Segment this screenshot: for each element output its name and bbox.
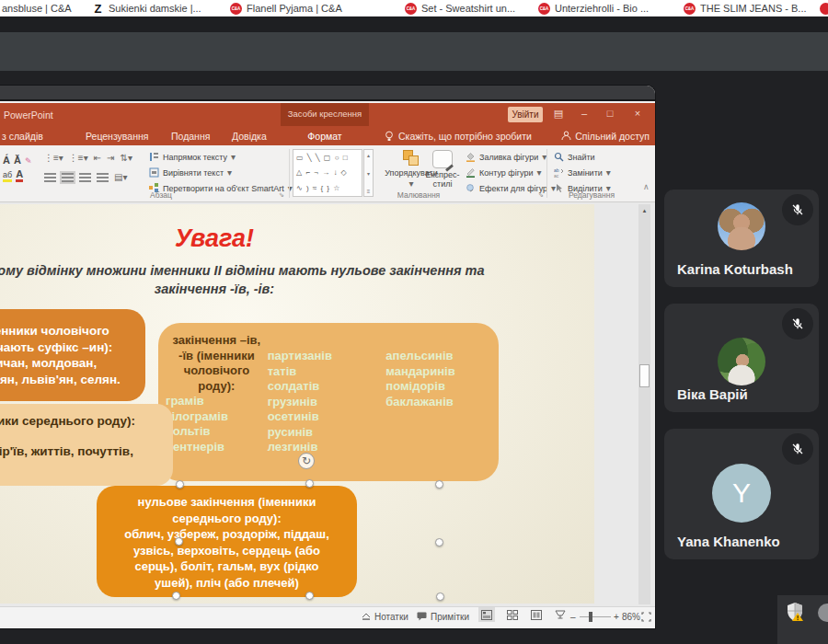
bookmark-item[interactable]: C&A Flanell Pyjama | C&A <box>230 0 342 17</box>
numbering-icon[interactable]: ⋮≡▾ <box>69 153 88 163</box>
close-icon[interactable]: × <box>629 108 646 119</box>
shape-neuter-iv-ending[interactable]: –ів, їв (іменники середнього роду):ерхів… <box>0 404 173 486</box>
participant-tile[interactable]: Y Yana Khanenko <box>664 429 819 559</box>
bookmark-item[interactable]: C&A Set - Sweatshirt un... <box>405 0 515 17</box>
clear-format-icon[interactable]: ✎ <box>25 156 32 166</box>
zoom-level[interactable]: 86% <box>622 607 640 626</box>
ca-logo-icon <box>820 3 828 15</box>
slide-subtitle[interactable]: У родовому відмінку множини іменники ІІ … <box>0 261 512 298</box>
group-label-paragraph: Абзац <box>37 190 285 200</box>
participant-tile[interactable]: Віка Варій <box>664 304 819 412</box>
shape-masculine-null-ending[interactable]: акінчення (іменники чоловічогомножині вт… <box>0 309 145 401</box>
vertical-scrollbar[interactable]: ▴ <box>638 204 650 604</box>
zoom-out-button[interactable]: – <box>570 607 576 626</box>
participant-name: Karina Koturbash <box>677 261 793 277</box>
scrollbar-thumb[interactable] <box>639 364 650 387</box>
scroll-down-icon: ▾ <box>367 170 370 177</box>
normal-view-button[interactable] <box>478 607 495 622</box>
shrink-font-icon[interactable]: А̌ <box>14 155 21 166</box>
rotate-handle-icon[interactable]: ↻ <box>298 453 315 469</box>
chevron-down-icon: ▾ <box>231 152 236 162</box>
align-text-button[interactable]: Вирівняти текст ▾ <box>149 165 287 180</box>
participant-tile[interactable]: Karina Koturbash <box>664 190 819 287</box>
zoom-slider-thumb[interactable] <box>589 612 592 622</box>
align-right-icon[interactable] <box>79 173 91 182</box>
reading-view-icon <box>531 610 542 620</box>
dialog-launcher-icon[interactable]: ⇘ <box>279 191 284 199</box>
security-shield-icon[interactable] <box>786 602 804 622</box>
columns-icon[interactable]: ▤▾ <box>114 172 127 182</box>
bookmark-item[interactable]: C&A Unterziehrolli - Bio ... <box>538 0 649 17</box>
selection-handle[interactable] <box>435 480 443 489</box>
replace-button[interactable]: abac Замінити ▾ <box>554 165 626 180</box>
selection-handle[interactable] <box>175 537 183 546</box>
slide-title[interactable]: Увага! <box>0 224 512 253</box>
zoom-in-button[interactable]: + <box>614 607 619 626</box>
tab-slideshow-partial[interactable]: з слайдів <box>2 126 43 145</box>
quick-styles-button[interactable]: Експрес-стилі <box>421 150 464 189</box>
line-spacing-icon[interactable]: ⇅▾ <box>121 153 132 163</box>
bookmark-label: Set - Sweatshirt un... <box>421 3 515 14</box>
ribbon-display-options-icon[interactable]: ▤ <box>550 108 567 120</box>
bookmark-label: THE SLIM JEANS - B... <box>700 3 807 14</box>
reading-view-button[interactable] <box>528 607 545 622</box>
bookmark-item[interactable] <box>820 0 828 17</box>
iv-header: закінчення –ів,-їв (іменникичоловічогоро… <box>166 333 268 394</box>
tab-format-active[interactable]: Формат <box>281 126 369 145</box>
share-label: Спільний доступ <box>575 131 650 142</box>
mic-off-icon <box>790 442 805 456</box>
sign-in-button[interactable]: Увійти <box>508 107 543 122</box>
find-button[interactable]: Знайти <box>554 149 626 165</box>
divider <box>546 149 547 198</box>
ca-logo-icon: C&A <box>538 3 550 15</box>
align-left-icon[interactable] <box>44 173 56 182</box>
chevron-down-icon: ▾ <box>227 167 232 178</box>
share-button[interactable]: Спільний доступ <box>561 126 650 145</box>
slideshow-view-button[interactable] <box>552 607 569 622</box>
selection-handle[interactable] <box>436 592 444 601</box>
bookmark-item[interactable]: ansbluse | C&A <box>2 0 72 17</box>
mic-muted-badge <box>782 433 813 465</box>
selection-handle[interactable] <box>435 538 443 546</box>
zoom-slider[interactable] <box>580 616 611 617</box>
bullets-icon[interactable]: ⋮≡▾ <box>44 153 63 163</box>
maximize-icon[interactable]: □ <box>602 108 618 119</box>
highlight-color-icon[interactable]: аб <box>3 170 12 182</box>
tab-help[interactable]: Довідка <box>232 126 267 145</box>
arrange-icon <box>403 150 420 167</box>
avatar-photo <box>718 338 765 385</box>
tray-partial-icon[interactable] <box>818 604 828 622</box>
person-icon <box>561 131 571 141</box>
bookmark-item[interactable]: C&A THE SLIM JEANS - B... <box>684 0 807 17</box>
notes-button[interactable]: Нотатки <box>362 607 408 626</box>
slide-sorter-view-button[interactable] <box>504 607 521 622</box>
align-center-icon[interactable] <box>62 173 74 182</box>
tab-review[interactable]: Рецензування <box>86 126 148 145</box>
selection-handle[interactable] <box>172 592 180 600</box>
dialog-launcher-icon[interactable]: ⇘ <box>538 191 544 199</box>
selection-handle[interactable] <box>305 479 314 488</box>
collapse-ribbon-icon[interactable]: ∧ <box>643 182 650 191</box>
bookmark-item[interactable]: Z Sukienki damskie |... <box>92 0 201 17</box>
selection-handle[interactable] <box>305 592 314 600</box>
selection-handle[interactable] <box>176 480 184 489</box>
grow-font-icon[interactable]: А́ <box>3 155 10 166</box>
shape-neuter-null-ending[interactable]: нульове закінчення (іменникисереднього р… <box>97 486 357 597</box>
comments-button[interactable]: Примітки <box>417 607 469 626</box>
divider <box>289 149 290 198</box>
text-direction-button[interactable]: Напрямок тексту ▾ <box>149 149 287 165</box>
minimize-icon[interactable]: – <box>576 108 592 119</box>
font-color-icon[interactable]: А <box>16 168 23 182</box>
tell-me-box[interactable]: Скажіть, що потрібно зробити <box>385 126 532 145</box>
tab-view[interactable]: Подання <box>171 126 210 145</box>
scrollbar-up-icon[interactable]: ▴ <box>638 204 650 217</box>
fit-to-window-button[interactable] <box>641 607 651 626</box>
increase-indent-icon[interactable]: ⇥ <box>107 153 114 163</box>
iv-col3-words: апельсинівмандаринівпомідорівбаклажанів <box>385 333 493 474</box>
shape-fill-button[interactable]: Заливка фігури ▾ <box>466 149 546 165</box>
shape-outline-button[interactable]: Контур фігури ▾ <box>466 165 546 180</box>
justify-icon[interactable] <box>97 173 109 182</box>
slide[interactable]: Увага! У родовому відмінку множини іменн… <box>0 204 594 604</box>
decrease-indent-icon[interactable]: ⇤ <box>94 153 101 163</box>
shape-iv-endings[interactable]: закінчення –ів,-їв (іменникичоловічогоро… <box>158 323 499 481</box>
